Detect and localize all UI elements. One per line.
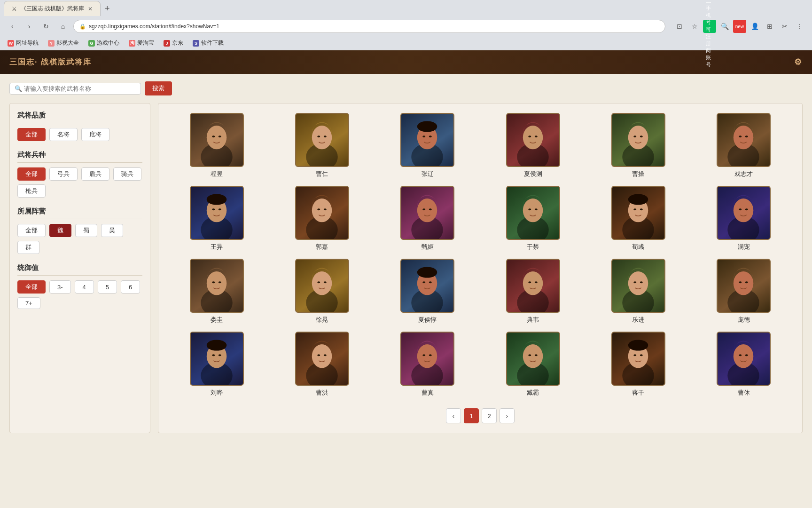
- character-item[interactable]: 曹洪: [273, 332, 371, 397]
- cast-button[interactable]: ⊡: [673, 20, 686, 33]
- command-6-button[interactable]: 6: [121, 280, 140, 294]
- character-item[interactable]: 于禁: [484, 186, 582, 251]
- character-item[interactable]: 程昱: [168, 113, 265, 178]
- troop-jibing-button[interactable]: 骑兵: [113, 167, 141, 181]
- svg-point-44: [633, 208, 636, 210]
- character-item[interactable]: 荀彧: [589, 186, 687, 251]
- refresh-button[interactable]: ↻: [39, 20, 53, 33]
- page-1-button[interactable]: 1: [464, 408, 479, 423]
- character-name: 乐进: [632, 316, 644, 324]
- home-button[interactable]: ⌂: [56, 20, 70, 33]
- character-item[interactable]: 曹仁: [273, 113, 371, 178]
- command-3minus-button[interactable]: 3-: [49, 280, 71, 294]
- search-bar-button[interactable]: 🔍: [718, 20, 731, 33]
- new-tab-button[interactable]: +: [101, 2, 114, 15]
- command-5-button[interactable]: 5: [98, 280, 117, 294]
- search-input-wrap[interactable]: 🔍: [9, 83, 141, 95]
- svg-point-12: [417, 121, 437, 132]
- faction-shu-button[interactable]: 蜀: [75, 224, 97, 237]
- wechat-button[interactable]: 微信—手机号可注册两账号: [703, 20, 716, 33]
- character-item[interactable]: 郭嘉: [273, 186, 371, 251]
- command-all-button[interactable]: 全部: [17, 280, 46, 294]
- character-item[interactable]: 娄圭: [168, 259, 265, 324]
- svg-point-62: [429, 281, 432, 283]
- faction-all-button[interactable]: 全部: [17, 224, 46, 237]
- svg-point-83: [317, 354, 320, 356]
- next-page-button[interactable]: ›: [500, 408, 515, 423]
- menu-button[interactable]: ⋮: [793, 20, 806, 33]
- bookmark-wangzhidaohang[interactable]: W 网址导航: [6, 38, 40, 48]
- bookmark-yingshidaquan[interactable]: Y 影视大全: [46, 38, 81, 48]
- character-item[interactable]: 刘晔: [168, 332, 265, 397]
- back-button[interactable]: ‹: [6, 20, 19, 33]
- character-item[interactable]: 典韦: [484, 259, 582, 324]
- command-4-button[interactable]: 4: [75, 280, 94, 294]
- character-item[interactable]: 蒋干: [589, 332, 687, 397]
- character-portrait: [611, 259, 665, 313]
- character-name: 庞德: [738, 316, 750, 324]
- character-portrait: [717, 259, 771, 313]
- character-portrait: [611, 332, 665, 386]
- character-portrait: [400, 259, 454, 313]
- bookmark-aitaobao[interactable]: 淘 爱淘宝: [127, 38, 156, 48]
- character-portrait: [717, 113, 771, 167]
- troop-qiangbing-button[interactable]: 枪兵: [17, 184, 46, 198]
- character-portrait: [190, 332, 244, 386]
- character-name: 蒋干: [632, 389, 644, 397]
- character-item[interactable]: 张辽: [379, 113, 476, 178]
- character-portrait: [506, 259, 560, 313]
- character-item[interactable]: 满宠: [695, 186, 793, 251]
- bookmark-youxizhongxin[interactable]: G 游戏中心: [86, 38, 121, 48]
- character-item[interactable]: 臧霸: [484, 332, 582, 397]
- character-item[interactable]: 曹操: [589, 113, 687, 178]
- character-item[interactable]: 夏侯惇: [379, 259, 476, 324]
- troop-filter-section: 武将兵种 全部 弓兵 盾兵 骑兵 枪兵: [17, 151, 142, 198]
- active-tab[interactable]: ⚔ 《三国志·战棋版》武将库 ✕: [4, 1, 101, 16]
- command-7plus-button[interactable]: 7+: [17, 297, 40, 309]
- bookmark-label: 爱淘宝: [137, 39, 154, 47]
- bookmark-button[interactable]: ☆: [688, 20, 701, 33]
- svg-point-97: [628, 340, 648, 350]
- prev-page-button[interactable]: ‹: [446, 408, 461, 423]
- character-item[interactable]: 乐进: [589, 259, 687, 324]
- svg-point-23: [739, 135, 742, 137]
- svg-point-67: [535, 281, 538, 283]
- character-item[interactable]: 戏志才: [695, 113, 793, 178]
- svg-point-46: [628, 194, 648, 205]
- forward-button[interactable]: ›: [23, 20, 36, 33]
- page-2-button[interactable]: 2: [482, 408, 497, 423]
- character-item[interactable]: 徐晃: [273, 259, 371, 324]
- search-input[interactable]: [24, 85, 136, 92]
- svg-point-86: [417, 344, 437, 368]
- character-item[interactable]: 王异: [168, 186, 265, 251]
- grid-button[interactable]: ⊞: [763, 20, 776, 33]
- character-portrait: [400, 113, 454, 167]
- character-item[interactable]: 曹真: [379, 332, 476, 397]
- quality-shujiang-button[interactable]: 庶将: [81, 128, 109, 141]
- url-box[interactable]: 🔒 sgzzqb.lingxigames.com/station#/index?…: [73, 20, 665, 33]
- troop-all-button[interactable]: 全部: [17, 167, 46, 181]
- extensions-button[interactable]: new: [733, 20, 746, 33]
- bookmark-ruanjianxiazai[interactable]: S 软件下载: [191, 38, 226, 48]
- character-portrait: [611, 186, 665, 240]
- quality-all-button[interactable]: 全部: [17, 128, 46, 141]
- faction-wei-button[interactable]: 魏: [49, 224, 71, 237]
- search-button[interactable]: 搜索: [145, 81, 172, 95]
- character-item[interactable]: 夏侯渊: [484, 113, 582, 178]
- character-item[interactable]: 甄姬: [379, 186, 476, 251]
- character-grid: 程昱曹仁张辽夏侯渊曹操戏志才王异郭嘉甄姬于禁荀彧满宠娄圭徐晃夏侯惇典韦乐进庞德刘…: [168, 113, 793, 397]
- faction-qun-button[interactable]: 群: [17, 241, 39, 254]
- character-item[interactable]: 曹休: [695, 332, 793, 397]
- more-button[interactable]: ✂: [778, 20, 791, 33]
- profile-button[interactable]: 👤: [748, 20, 761, 33]
- bookmark-jingdong[interactable]: J 京东: [162, 38, 185, 48]
- quality-mingjiang-button[interactable]: 名将: [49, 128, 78, 141]
- troop-gongbing-button[interactable]: 弓兵: [49, 167, 78, 181]
- troop-dunbing-button[interactable]: 盾兵: [81, 167, 109, 181]
- character-item[interactable]: 庞德: [695, 259, 793, 324]
- svg-point-18: [628, 126, 648, 149]
- tab-close-button[interactable]: ✕: [88, 6, 93, 12]
- svg-point-69: [628, 271, 648, 295]
- faction-wu-button[interactable]: 吴: [101, 224, 123, 237]
- svg-point-7: [324, 135, 327, 137]
